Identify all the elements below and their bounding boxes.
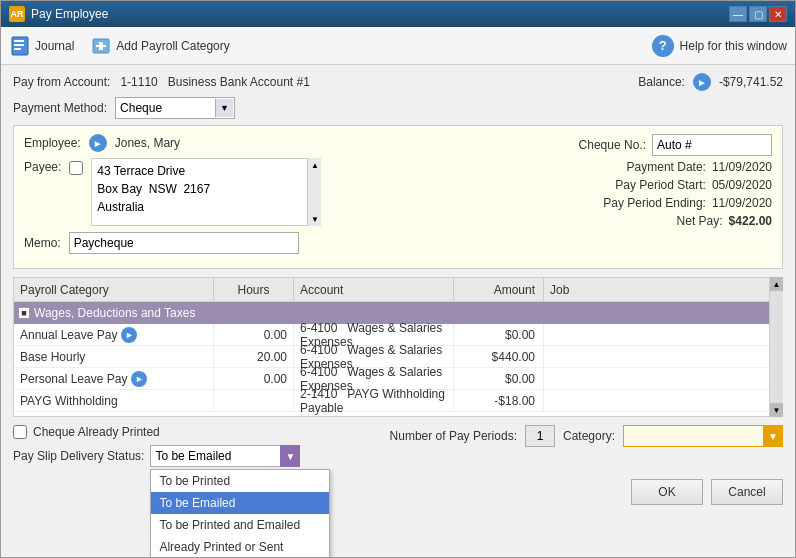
table-container: Payroll Category Hours Account Amount Jo… bbox=[13, 277, 783, 417]
journal-label: Journal bbox=[35, 39, 74, 53]
row-job bbox=[544, 390, 782, 411]
close-button[interactable]: ✕ bbox=[769, 6, 787, 22]
pay-period-ending-label: Pay Period Ending: bbox=[603, 196, 706, 210]
pay-period-start-label: Pay Period Start: bbox=[615, 178, 706, 192]
balance-nav-button[interactable]: ► bbox=[693, 73, 711, 91]
pay-period-ending-row: Pay Period Ending: 11/09/2020 bbox=[492, 196, 772, 210]
employee-left: Employee: ► Jones, Mary Payee: 43 Terrac… bbox=[24, 134, 482, 260]
memo-label: Memo: bbox=[24, 236, 61, 250]
svg-rect-2 bbox=[14, 44, 24, 46]
row-category: PAYG Withholding bbox=[14, 390, 214, 411]
employee-right: Cheque No.: Payment Date: 11/09/2020 Pay… bbox=[492, 134, 772, 260]
table-header: Payroll Category Hours Account Amount Jo… bbox=[14, 278, 782, 302]
window-title: Pay Employee bbox=[31, 7, 108, 21]
title-controls: — ▢ ✕ bbox=[729, 6, 787, 22]
app-icon: AR bbox=[9, 6, 25, 22]
row-hours: 0.00 bbox=[214, 368, 294, 389]
net-pay-row: Net Pay: $422.00 bbox=[492, 214, 772, 228]
pay-from-label: Pay from Account: bbox=[13, 75, 110, 89]
net-pay-label: Net Pay: bbox=[677, 214, 723, 228]
title-bar: AR Pay Employee — ▢ ✕ bbox=[1, 1, 795, 27]
row-job bbox=[544, 368, 782, 389]
header-account: Account bbox=[294, 278, 454, 301]
row-hours: 0.00 bbox=[214, 324, 294, 345]
minimize-button[interactable]: — bbox=[729, 6, 747, 22]
help-button[interactable]: ? Help for this window bbox=[652, 35, 787, 57]
balance-label: Balance: bbox=[638, 75, 685, 89]
bottom-right: Number of Pay Periods: Category: ▼ bbox=[390, 425, 783, 447]
row-nav-arrow[interactable]: ► bbox=[121, 327, 137, 343]
row-amount: $440.00 bbox=[454, 346, 544, 367]
maximize-button[interactable]: ▢ bbox=[749, 6, 767, 22]
cancel-button[interactable]: Cancel bbox=[711, 479, 783, 505]
payee-address: 43 Terrace DriveBox Bay NSW 2167Australi… bbox=[97, 162, 315, 216]
header-amount: Amount bbox=[454, 278, 544, 301]
pay-period-ending-value: 11/09/2020 bbox=[712, 196, 772, 210]
bottom-section: Cheque Already Printed Pay Slip Delivery… bbox=[13, 425, 783, 467]
periods-input[interactable] bbox=[525, 425, 555, 447]
scroll-up[interactable]: ▲ bbox=[308, 158, 321, 172]
scroll-down[interactable]: ▼ bbox=[308, 212, 321, 226]
svg-rect-1 bbox=[14, 40, 24, 42]
payee-scrollbar[interactable]: ▲ ▼ bbox=[307, 158, 321, 226]
category-input[interactable] bbox=[623, 425, 783, 447]
row-amount: $0.00 bbox=[454, 324, 544, 345]
payroll-table: Payroll Category Hours Account Amount Jo… bbox=[13, 277, 783, 417]
balance-section: Balance: ► -$79,741.52 bbox=[638, 73, 783, 91]
pay-period-start-value: 05/09/2020 bbox=[712, 178, 772, 192]
cheque-printed-label: Cheque Already Printed bbox=[33, 425, 160, 439]
account-name: Business Bank Account #1 bbox=[168, 75, 310, 89]
journal-icon bbox=[9, 35, 31, 57]
memo-row: Memo: bbox=[24, 232, 482, 254]
cheque-printed-checkbox[interactable] bbox=[13, 425, 27, 439]
payment-date-row: Payment Date: 11/09/2020 bbox=[492, 160, 772, 174]
header-hours: Hours bbox=[214, 278, 294, 301]
title-bar-left: AR Pay Employee bbox=[9, 6, 108, 22]
group-collapse-icon[interactable]: ■ bbox=[18, 307, 30, 319]
employee-nav-button[interactable]: ► bbox=[89, 134, 107, 152]
delivery-select[interactable]: To be Emailed To be Printed To be Printe… bbox=[150, 445, 300, 467]
employee-main-row: Employee: ► Jones, Mary Payee: 43 Terrac… bbox=[24, 134, 772, 260]
svg-rect-3 bbox=[14, 48, 21, 50]
ok-button[interactable]: OK bbox=[631, 479, 703, 505]
dropdown-item-print-email[interactable]: To be Printed and Emailed bbox=[151, 514, 329, 536]
category-wrap: ▼ bbox=[623, 425, 783, 447]
row-hours: 20.00 bbox=[214, 346, 294, 367]
payment-method-select[interactable]: Cheque bbox=[115, 97, 235, 119]
action-bar: OK Cancel bbox=[13, 475, 783, 509]
scroll-up-table[interactable]: ▲ bbox=[770, 277, 783, 291]
dropdown-item-email[interactable]: To be Emailed bbox=[151, 492, 329, 514]
top-form-left: Pay from Account: 1-1110 Business Bank A… bbox=[13, 75, 310, 89]
group-label: Wages, Deductions and Taxes bbox=[34, 306, 195, 320]
table-row[interactable]: PAYG Withholding 2-1410 PAYG Withholding… bbox=[14, 390, 782, 412]
payee-row: Payee: 43 Terrace DriveBox Bay NSW 2167A… bbox=[24, 158, 482, 226]
payee-checkbox[interactable] bbox=[69, 161, 83, 175]
cheque-no-input[interactable] bbox=[652, 134, 772, 156]
net-pay-value: $422.00 bbox=[729, 214, 772, 228]
cheque-no-row: Cheque No.: bbox=[492, 134, 772, 156]
journal-button[interactable]: Journal bbox=[9, 35, 74, 57]
add-payroll-button[interactable]: Add Payroll Category bbox=[90, 35, 229, 57]
scroll-down-table[interactable]: ▼ bbox=[770, 403, 783, 417]
row-amount: -$18.00 bbox=[454, 390, 544, 411]
svg-rect-6 bbox=[96, 45, 106, 47]
cheque-printed-row: Cheque Already Printed bbox=[13, 425, 300, 439]
pay-slip-delivery-row: Pay Slip Delivery Status: To be Emailed … bbox=[13, 445, 300, 467]
memo-input[interactable] bbox=[69, 232, 299, 254]
row-hours bbox=[214, 390, 294, 411]
table-scrollbar[interactable]: ▲ ▼ bbox=[769, 277, 783, 417]
dropdown-item-print[interactable]: To be Printed bbox=[151, 470, 329, 492]
dropdown-item-already-printed[interactable]: Already Printed or Sent bbox=[151, 536, 329, 557]
row-nav-arrow[interactable]: ► bbox=[131, 371, 147, 387]
row-amount: $0.00 bbox=[454, 368, 544, 389]
category-arrow-icon[interactable]: ▼ bbox=[763, 425, 783, 447]
top-form: Pay from Account: 1-1110 Business Bank A… bbox=[13, 73, 783, 91]
bottom-left: Cheque Already Printed Pay Slip Delivery… bbox=[13, 425, 300, 467]
help-label: Help for this window bbox=[680, 39, 787, 53]
cheque-no-label: Cheque No.: bbox=[579, 138, 646, 152]
pay-employee-window: AR Pay Employee — ▢ ✕ Journal bbox=[0, 0, 796, 558]
add-payroll-label: Add Payroll Category bbox=[116, 39, 229, 53]
account-code: 1-1110 bbox=[120, 75, 157, 89]
employee-label: Employee: bbox=[24, 136, 81, 150]
payment-method-select-wrap: Cheque ▼ bbox=[115, 97, 235, 119]
